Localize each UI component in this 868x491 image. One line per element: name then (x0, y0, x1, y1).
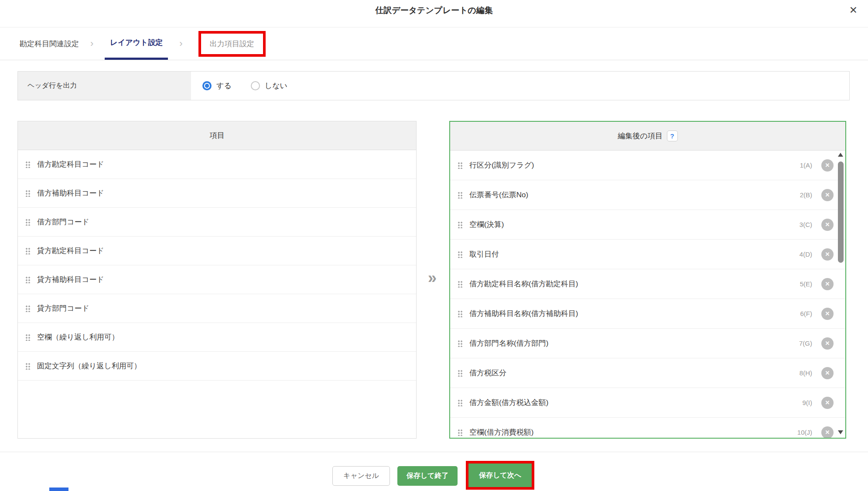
x-icon: ✕ (825, 399, 830, 406)
output-item-position: 9(I) (803, 399, 813, 406)
move-right-icon: » (419, 268, 446, 288)
drag-handle-icon[interactable] (458, 251, 463, 258)
source-item-row[interactable]: 借方勘定科目コード (18, 150, 416, 179)
radio-option-no[interactable]: しない (251, 81, 287, 91)
output-item-label: 取引日付 (469, 249, 800, 259)
output-item-list: 行区分(識別フラグ) 1(A) ✕ 伝票番号(伝票No) 2(B) ✕ 空欄(決… (450, 151, 845, 438)
drag-handle-icon[interactable] (458, 221, 463, 228)
help-icon[interactable]: ? (667, 130, 678, 141)
drag-handle-icon[interactable] (458, 191, 463, 199)
source-item-label: 貸方勘定科目コード (37, 246, 104, 256)
remove-item-button[interactable]: ✕ (821, 159, 834, 172)
scroll-up-icon[interactable] (838, 153, 843, 157)
output-item-row[interactable]: 借方税区分 8(H) ✕ (450, 358, 845, 388)
source-item-row[interactable]: 貸方補助科目コード (18, 265, 416, 294)
output-item-row[interactable]: 借方部門名称(借方部門) 7(G) ✕ (450, 329, 845, 358)
output-item-label: 借方税区分 (469, 368, 800, 378)
x-icon: ✕ (825, 192, 830, 198)
output-item-position: 1(A) (800, 161, 812, 169)
output-item-position: 10(J) (797, 429, 812, 436)
radio-unselected-icon (251, 81, 260, 90)
scrollbar-thumb[interactable] (838, 161, 844, 263)
output-items-panel: 編集後の項目 ? 行区分(識別フラグ) 1(A) ✕ 伝票番号(伝票No) 2(… (449, 121, 846, 439)
output-item-position: 2(B) (800, 191, 812, 199)
remove-item-button[interactable]: ✕ (821, 219, 834, 231)
scroll-down-icon[interactable] (838, 430, 843, 434)
output-item-row[interactable]: 取引日付 4(D) ✕ (450, 240, 845, 269)
chevron-right-icon: › (90, 39, 93, 48)
source-item-row[interactable]: 貸方部門コード (18, 294, 416, 323)
scrollbar[interactable] (837, 151, 844, 436)
drag-handle-icon[interactable] (25, 305, 31, 312)
remove-item-button[interactable]: ✕ (821, 248, 834, 261)
radio-option-yes[interactable]: する (202, 81, 232, 91)
step-output-settings[interactable]: 出力項目設定 (210, 40, 254, 48)
step-layout-settings[interactable]: レイアウト設定 (105, 27, 168, 60)
output-item-label: 借方金額(借方税込金額) (469, 398, 803, 408)
source-item-label: 借方補助科目コード (37, 188, 104, 198)
radio-label-yes: する (216, 81, 232, 91)
source-item-label: 貸方補助科目コード (37, 275, 104, 285)
chevron-right-icon: › (179, 39, 182, 48)
x-icon: ✕ (825, 251, 830, 258)
output-item-row[interactable]: 空欄(借方消費税額) 10(J) ✕ (450, 418, 845, 438)
source-item-label: 空欄（繰り返し利用可） (37, 332, 119, 342)
remove-item-button[interactable]: ✕ (821, 337, 834, 350)
drag-handle-icon[interactable] (458, 310, 463, 317)
drag-handle-icon[interactable] (458, 161, 463, 169)
source-item-label: 固定文字列（繰り返し利用可） (37, 361, 141, 371)
remove-item-button[interactable]: ✕ (821, 308, 834, 320)
remove-item-button[interactable]: ✕ (821, 189, 834, 201)
source-item-row[interactable]: 借方補助科目コード (18, 179, 416, 208)
red-annotation-box-step: 出力項目設定 (198, 31, 266, 57)
drag-handle-icon[interactable] (25, 161, 31, 168)
source-item-label: 借方勘定科目コード (37, 159, 104, 169)
step-account-settings[interactable]: 勘定科目関連設定 (20, 27, 79, 60)
output-item-row[interactable]: 行区分(識別フラグ) 1(A) ✕ (450, 151, 845, 180)
source-panel-header: 項目 (18, 121, 416, 150)
cancel-button[interactable]: キャンセル (332, 466, 390, 486)
source-item-row[interactable]: 貸方勘定科目コード (18, 237, 416, 265)
journal-template-edit-dialog: 仕訳データテンプレートの編集 ✕ 勘定科目関連設定 › レイアウト設定 › 出力… (0, 0, 868, 491)
drag-handle-icon[interactable] (25, 218, 31, 226)
drag-handle-icon[interactable] (458, 340, 463, 347)
x-icon: ✕ (825, 370, 830, 376)
output-item-row[interactable]: 空欄(決算) 3(C) ✕ (450, 210, 845, 240)
header-row-output-setting: ヘッダ行を出力 する しない (17, 71, 850, 100)
drag-handle-icon[interactable] (25, 247, 31, 254)
drag-handle-icon[interactable] (458, 369, 463, 377)
remove-item-button[interactable]: ✕ (821, 367, 834, 379)
save-and-next-button[interactable]: 保存して次へ (468, 464, 532, 487)
remove-item-button[interactable]: ✕ (821, 426, 834, 438)
source-item-row[interactable]: 空欄（繰り返し利用可） (18, 323, 416, 352)
red-annotation-box-save-next: 保存して次へ (466, 461, 534, 490)
step-nav: 勘定科目関連設定 › レイアウト設定 › 出力項目設定 (0, 27, 868, 60)
drag-handle-icon[interactable] (25, 333, 31, 341)
drag-handle-icon[interactable] (458, 280, 463, 288)
output-item-label: 借方勘定科目名称(借方勘定科目) (469, 279, 800, 289)
source-item-row[interactable]: 固定文字列（繰り返し利用可） (18, 352, 416, 381)
drag-handle-icon[interactable] (458, 399, 463, 406)
source-item-list: 借方勘定科目コード 借方補助科目コード 借方部門コード 貸方勘定科目コード 貸方… (18, 150, 416, 381)
close-icon[interactable]: ✕ (847, 3, 859, 17)
output-item-row[interactable]: 借方勘定科目名称(借方勘定科目) 5(E) ✕ (450, 269, 845, 299)
output-item-row[interactable]: 借方補助科目名称(借方補助科目) 6(F) ✕ (450, 299, 845, 329)
output-item-position: 4(D) (800, 251, 812, 258)
x-icon: ✕ (825, 162, 830, 168)
x-icon: ✕ (825, 281, 830, 287)
source-item-row[interactable]: 借方部門コード (18, 208, 416, 237)
x-icon: ✕ (825, 310, 830, 317)
footer-divider (0, 452, 868, 452)
drag-handle-icon[interactable] (458, 429, 463, 436)
drag-handle-icon[interactable] (25, 276, 31, 283)
output-item-row[interactable]: 伝票番号(伝票No) 2(B) ✕ (450, 180, 845, 210)
drag-handle-icon[interactable] (25, 189, 31, 197)
output-panel-title: 編集後の項目 (618, 131, 662, 141)
remove-item-button[interactable]: ✕ (821, 278, 834, 290)
x-icon: ✕ (825, 340, 830, 347)
output-item-row[interactable]: 借方金額(借方税込金額) 9(I) ✕ (450, 388, 845, 418)
drag-handle-icon[interactable] (25, 362, 31, 370)
save-and-exit-button[interactable]: 保存して終了 (397, 466, 458, 486)
x-icon: ✕ (825, 429, 830, 436)
remove-item-button[interactable]: ✕ (821, 397, 834, 409)
